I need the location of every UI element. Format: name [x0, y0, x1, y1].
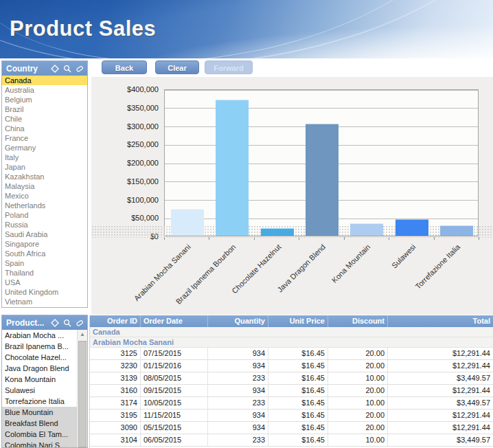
product-item-brazil-ipanema-b[interactable]: Brazil Ipanema B...: [2, 341, 77, 352]
table-row[interactable]: 316009/15/2015934$16.4520.00$12,291.44: [90, 385, 493, 397]
app-header: Product Sales: [0, 0, 493, 58]
product-item-arabian-mocha[interactable]: Arabian Mocha ...: [2, 330, 77, 341]
column-header-discount[interactable]: Discount: [328, 315, 388, 327]
product-item-blue-mountain[interactable]: Blue Mountain: [2, 407, 77, 418]
country-item-kazakhstan[interactable]: Kazakhstan: [2, 172, 87, 181]
cell-discount: 10.00: [328, 397, 388, 409]
country-item-malaysia[interactable]: Malaysia: [2, 181, 87, 191]
bar-chocolate-hazelnut[interactable]: [261, 228, 294, 236]
table-row[interactable]: 313908/05/2015233$16.4510.00$3,449.57: [90, 372, 493, 385]
cell-discount: 20.00: [328, 385, 388, 396]
cell-quantity: 233: [208, 397, 268, 409]
country-item-usa[interactable]: USA: [2, 278, 87, 287]
product-item-chocolate-hazel[interactable]: Chocolate Hazel...: [2, 352, 77, 363]
cell-order-date: 05/15/2015: [141, 422, 208, 434]
country-listbox: Country CanadaAustraliaBelgiumBrazilChil…: [1, 60, 88, 308]
orders-table: Order IDOrder DateQuantityUnit PriceDisc…: [89, 315, 493, 448]
clear-button[interactable]: Clear: [155, 60, 199, 74]
bar-torrefazione-italia[interactable]: [440, 225, 473, 236]
group-row-product[interactable]: Arabian Mocha Sanani: [90, 337, 493, 348]
product-item-torrefazione-italia[interactable]: Torrefazione Italia: [2, 396, 77, 407]
country-item-south-africa[interactable]: South Africa: [2, 249, 87, 258]
country-item-mexico[interactable]: Mexico: [2, 191, 87, 201]
cell-discount: 20.00: [328, 422, 388, 434]
column-header-order-id[interactable]: Order ID: [90, 315, 141, 327]
country-item-australia[interactable]: Australia: [2, 85, 87, 95]
product-list: Arabian Mocha ...Brazil Ipanema B...Choc…: [2, 330, 77, 447]
country-item-russia[interactable]: Russia: [2, 220, 87, 229]
column-header-unit-price[interactable]: Unit Price: [268, 315, 328, 327]
country-item-united-kingdom[interactable]: United Kingdom: [2, 287, 87, 297]
product-scrollbar[interactable]: ▲: [77, 330, 87, 447]
group-row-country[interactable]: Canada: [90, 327, 493, 337]
scrollbar-thumb[interactable]: [78, 341, 87, 447]
cell-discount: 10.00: [328, 372, 388, 384]
cell-unit-price: $16.45: [268, 397, 328, 409]
x-axis-label-torrefazione-italia: Torrefazione Italia: [414, 243, 462, 291]
y-axis-tick-label: $100,000: [111, 196, 159, 204]
cell-quantity: 233: [208, 372, 268, 384]
country-listbox-title: Country: [6, 64, 47, 74]
page-title: Product Sales: [10, 16, 156, 41]
cell-order-date: 08/05/2015: [141, 372, 208, 384]
diamond-icon[interactable]: [49, 63, 60, 74]
country-listbox-caption[interactable]: Country: [2, 61, 87, 76]
cell-total: $12,291.44: [388, 410, 493, 421]
table-header-row: Order IDOrder DateQuantityUnit PriceDisc…: [90, 315, 493, 327]
country-item-china[interactable]: China: [2, 124, 87, 133]
bar-java-dragon-blend[interactable]: [306, 124, 339, 236]
cell-total: $12,291.44: [388, 348, 493, 359]
country-item-france[interactable]: France: [2, 133, 87, 143]
product-item-sulawesi[interactable]: Sulawesi: [2, 385, 77, 396]
scroll-up-icon[interactable]: ▲: [78, 330, 87, 339]
table-row[interactable]: 309005/15/2015934$16.4520.00$12,291.44: [90, 422, 493, 434]
cell-unit-price: $16.45: [268, 434, 328, 446]
column-header-total[interactable]: Total: [388, 315, 493, 327]
forward-button[interactable]: Forward: [205, 60, 253, 74]
column-header-order-date[interactable]: Order Date: [141, 315, 208, 327]
product-item-breakfast-blend[interactable]: Breakfast Blend: [2, 418, 77, 429]
product-item-colombia-el-tam[interactable]: Colombia El Tam...: [2, 429, 77, 440]
eraser-icon[interactable]: [74, 63, 84, 74]
cell-total: $12,291.44: [388, 360, 493, 372]
country-item-netherlands[interactable]: Netherlands: [2, 201, 87, 210]
country-item-poland[interactable]: Poland: [2, 210, 87, 220]
bar-brazil-ipanema-bourbon[interactable]: [216, 100, 249, 236]
product-item-kona-mountain[interactable]: Kona Mountain: [2, 374, 77, 385]
country-item-belgium[interactable]: Belgium: [2, 95, 87, 104]
country-item-spain[interactable]: Spain: [2, 258, 87, 268]
product-listbox-title: Product...: [6, 318, 47, 328]
search-icon[interactable]: [62, 63, 72, 74]
country-item-chile[interactable]: Chile: [2, 114, 87, 124]
back-button[interactable]: Back: [102, 60, 147, 74]
cell-unit-price: $16.45: [268, 410, 328, 421]
app-window: Product Sales Country CanadaAustraliaBel…: [0, 0, 493, 448]
bar-arabian-mocha-sanani[interactable]: [171, 209, 204, 236]
table-row[interactable]: 323001/15/2016934$16.4520.00$12,291.44: [90, 360, 493, 372]
table-row[interactable]: 317410/05/2015233$16.4510.00$3,449.57: [90, 397, 493, 410]
diamond-icon[interactable]: [49, 317, 60, 328]
country-item-saudi-arabia[interactable]: Saudi Arabia: [2, 229, 87, 239]
country-item-singapore[interactable]: Singapore: [2, 239, 87, 249]
column-header-quantity[interactable]: Quantity: [208, 315, 268, 327]
product-listbox-caption[interactable]: Product...: [2, 315, 87, 330]
table-row[interactable]: 319511/15/2015934$16.4520.00$12,291.44: [90, 410, 493, 422]
country-item-japan[interactable]: Japan: [2, 162, 87, 172]
bar-kona-mountain[interactable]: [350, 223, 383, 236]
table-row[interactable]: 310406/05/2015233$16.4510.00$3,449.57: [90, 434, 493, 447]
sales-bar-chart: $0$50,000$100,000$150,000$200,000$250,00…: [91, 77, 493, 315]
x-axis-label-kona-mountain: Kona Mountain: [330, 243, 372, 284]
search-icon[interactable]: [62, 317, 72, 328]
country-item-thailand[interactable]: Thailand: [2, 268, 87, 278]
product-item-colombia-nari-s[interactable]: Colombia Nari S...: [2, 440, 77, 447]
eraser-icon[interactable]: [74, 317, 84, 328]
bar-sulawesi[interactable]: [395, 219, 428, 236]
product-item-java-dragon-blend[interactable]: Java Dragon Blend: [2, 363, 77, 374]
country-item-vietnam[interactable]: Vietnam: [2, 297, 87, 306]
country-item-germany[interactable]: Germany: [2, 143, 87, 153]
country-item-canada[interactable]: Canada: [2, 76, 87, 85]
country-item-italy[interactable]: Italy: [2, 153, 87, 162]
table-row[interactable]: 312507/15/2015934$16.4520.00$12,291.44: [90, 348, 493, 360]
cell-unit-price: $16.45: [268, 360, 328, 372]
country-item-brazil[interactable]: Brazil: [2, 104, 87, 114]
